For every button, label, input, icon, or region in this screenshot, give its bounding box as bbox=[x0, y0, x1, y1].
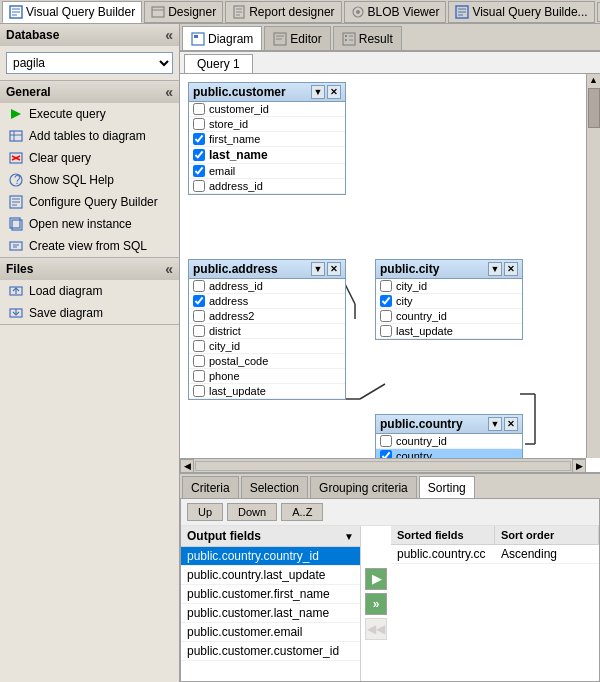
sidebar: Database « pagila General « Execute quer… bbox=[0, 24, 180, 682]
sorted-fields-list[interactable]: public.country.cc Ascending bbox=[391, 545, 599, 681]
move-right-btn[interactable]: ▶ bbox=[365, 568, 387, 590]
collapse-files-icon[interactable]: « bbox=[165, 261, 173, 277]
list-item[interactable]: public.customer.customer_id bbox=[181, 642, 360, 661]
scroll-right-btn[interactable]: ▶ bbox=[572, 459, 586, 473]
tab-result[interactable]: Result bbox=[333, 26, 402, 50]
field-checkbox[interactable] bbox=[193, 165, 205, 177]
bottom-content: Up Down A..Z Output fields ▼ publ bbox=[180, 498, 600, 682]
table-city-close[interactable]: ✕ bbox=[504, 262, 518, 276]
list-item[interactable]: public.customer.first_name bbox=[181, 585, 360, 604]
field-checkbox[interactable] bbox=[193, 103, 205, 115]
output-fields-list[interactable]: public.country.country_id public.country… bbox=[181, 547, 360, 681]
list-item[interactable]: public.country.country_id bbox=[181, 547, 360, 566]
field-checkbox[interactable] bbox=[380, 310, 392, 322]
tab-sorting[interactable]: Sorting bbox=[419, 476, 475, 498]
sidebar-item-new-instance[interactable]: Open new instance bbox=[0, 213, 179, 235]
field-checkbox[interactable] bbox=[380, 280, 392, 292]
svg-line-51 bbox=[360, 384, 385, 399]
field-checkbox[interactable] bbox=[193, 133, 205, 145]
sidebar-item-sql-help[interactable]: ? Show SQL Help bbox=[0, 169, 179, 191]
up-button[interactable]: Up bbox=[187, 503, 223, 521]
sidebar-database-title: Database bbox=[6, 28, 59, 42]
tab-visual-query-builder[interactable]: Visual Query Builder bbox=[2, 1, 142, 23]
collapse-icon[interactable]: « bbox=[165, 27, 173, 43]
field-checkbox[interactable] bbox=[193, 295, 205, 307]
tab-criteria[interactable]: Criteria bbox=[182, 476, 239, 498]
table-address-dropdown[interactable]: ▼ bbox=[311, 262, 325, 276]
field-checkbox[interactable] bbox=[193, 355, 205, 367]
scroll-up-btn[interactable]: ▲ bbox=[587, 74, 600, 86]
diagram-canvas[interactable]: public.customer ▼ ✕ customer_id store_id… bbox=[180, 74, 600, 472]
field-checkbox[interactable] bbox=[193, 370, 205, 382]
az-button[interactable]: A..Z bbox=[281, 503, 323, 521]
collapse-general-icon[interactable]: « bbox=[165, 84, 173, 100]
tab-editor[interactable]: Editor bbox=[264, 26, 330, 50]
report-icon bbox=[232, 5, 246, 19]
down-button[interactable]: Down bbox=[227, 503, 277, 521]
bottom-panel: Criteria Selection Grouping criteria Sor… bbox=[180, 472, 600, 682]
sidebar-files-header[interactable]: Files « bbox=[0, 258, 179, 280]
tab-diagram[interactable]: Diagram bbox=[182, 26, 262, 50]
tab-designer[interactable]: Designer bbox=[144, 1, 223, 23]
table-customer-close[interactable]: ✕ bbox=[327, 85, 341, 99]
list-item[interactable]: public.customer.email bbox=[181, 623, 360, 642]
list-item[interactable]: public.customer.last_name bbox=[181, 604, 360, 623]
field-checkbox[interactable] bbox=[380, 325, 392, 337]
content-area: Diagram Editor Result Query 1 bbox=[180, 24, 600, 682]
move-buttons: ▶ » ◀◀ bbox=[361, 526, 391, 681]
table-country-dropdown[interactable]: ▼ bbox=[488, 417, 502, 431]
tab-blob-viewer[interactable]: BLOB Viewer bbox=[344, 1, 447, 23]
sidebar-item-save[interactable]: Save diagram bbox=[0, 302, 179, 324]
database-select[interactable]: pagila bbox=[6, 52, 173, 74]
editor-icon bbox=[273, 32, 287, 46]
query-tab-1[interactable]: Query 1 bbox=[184, 54, 253, 73]
sidebar-general-header[interactable]: General « bbox=[0, 81, 179, 103]
editor-tab-label: Editor bbox=[290, 32, 321, 46]
table-row: first_name bbox=[189, 132, 345, 147]
field-label: public.customer.customer_id bbox=[187, 644, 339, 658]
output-fields-title: Output fields bbox=[187, 529, 261, 543]
field-checkbox[interactable] bbox=[193, 325, 205, 337]
tab-grouping[interactable]: Grouping criteria bbox=[310, 476, 417, 498]
sidebar-item-add-tables[interactable]: Add tables to diagram bbox=[0, 125, 179, 147]
list-item[interactable]: public.country.cc Ascending bbox=[391, 545, 599, 564]
field-checkbox[interactable] bbox=[380, 435, 392, 447]
scroll-left-btn[interactable]: ◀ bbox=[180, 459, 194, 473]
table-customer-dropdown[interactable]: ▼ bbox=[311, 85, 325, 99]
sidebar-item-clear[interactable]: Clear query bbox=[0, 147, 179, 169]
h-scrollbar[interactable]: ◀ ▶ bbox=[180, 458, 586, 472]
field-checkbox[interactable] bbox=[193, 149, 205, 161]
sidebar-item-execute[interactable]: Execute query bbox=[0, 103, 179, 125]
field-checkbox[interactable] bbox=[193, 118, 205, 130]
diagram-tab-label: Diagram bbox=[208, 32, 253, 46]
list-item[interactable]: public.country.last_update bbox=[181, 566, 360, 585]
field-checkbox[interactable] bbox=[380, 295, 392, 307]
sidebar-item-load[interactable]: Load diagram bbox=[0, 280, 179, 302]
move-right-all-btn[interactable]: » bbox=[365, 593, 387, 615]
field-checkbox[interactable] bbox=[193, 310, 205, 322]
table-address-close[interactable]: ✕ bbox=[327, 262, 341, 276]
query-tab-label: Query 1 bbox=[197, 57, 240, 71]
field-checkbox[interactable] bbox=[193, 385, 205, 397]
criteria-tab-label: Criteria bbox=[191, 481, 230, 495]
field-checkbox[interactable] bbox=[193, 280, 205, 292]
tab-report-designer[interactable]: Report designer bbox=[225, 1, 341, 23]
h-scrollbar-track[interactable] bbox=[195, 461, 571, 471]
tab-visual-query-builder-2[interactable]: Visual Query Builde... bbox=[448, 1, 594, 23]
table-country-close[interactable]: ✕ bbox=[504, 417, 518, 431]
field-checkbox[interactable] bbox=[193, 340, 205, 352]
move-left-btn[interactable]: ◀◀ bbox=[365, 618, 387, 640]
field-checkbox[interactable] bbox=[193, 180, 205, 192]
scroll-thumb[interactable] bbox=[588, 88, 600, 128]
sidebar-section-database: Database « pagila bbox=[0, 24, 179, 81]
v-scrollbar[interactable]: ▲ bbox=[586, 74, 600, 458]
table-icon bbox=[8, 128, 24, 144]
tab-selection[interactable]: Selection bbox=[241, 476, 308, 498]
table-city-dropdown[interactable]: ▼ bbox=[488, 262, 502, 276]
sidebar-database-header[interactable]: Database « bbox=[0, 24, 179, 46]
output-fields-header: Output fields ▼ bbox=[181, 526, 360, 547]
sidebar-item-configure[interactable]: Configure Query Builder bbox=[0, 191, 179, 213]
nav-left[interactable]: ◀ bbox=[597, 2, 600, 22]
query-icon bbox=[9, 5, 23, 19]
sidebar-item-create-view[interactable]: Create view from SQL bbox=[0, 235, 179, 257]
